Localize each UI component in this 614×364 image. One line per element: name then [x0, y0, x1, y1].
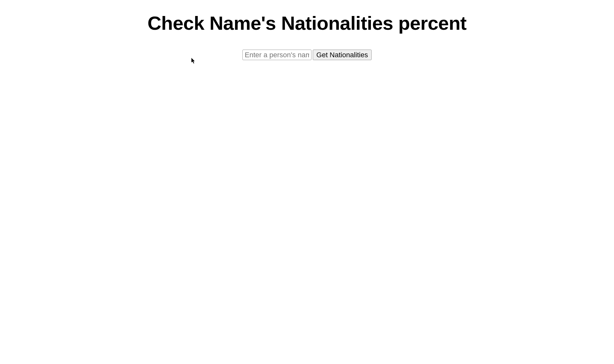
form-row: Get Nationalities — [242, 50, 371, 60]
get-nationalities-button[interactable]: Get Nationalities — [313, 50, 371, 60]
main-container: Check Name's Nationalities percent Get N… — [0, 0, 614, 60]
name-input[interactable] — [242, 50, 311, 60]
page-title: Check Name's Nationalities percent — [147, 12, 467, 34]
